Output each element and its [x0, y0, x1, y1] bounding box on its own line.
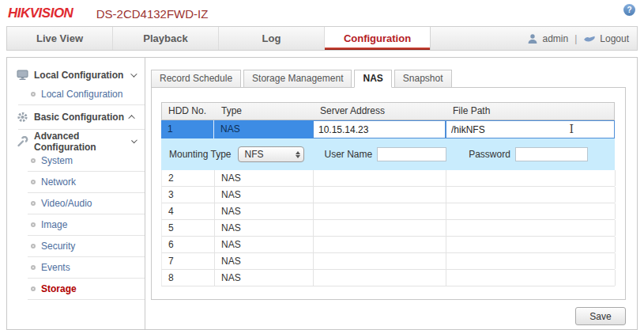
sidebar-group-basic-configuration[interactable]: Basic Configuration — [7, 107, 145, 127]
sidebar-item-security[interactable]: Security — [7, 237, 145, 255]
bullet-ring-icon — [31, 180, 36, 184]
gear-icon — [17, 112, 28, 123]
tab-snapshot-label: Snapshot — [403, 73, 443, 84]
table-row[interactable]: 3 NAS — [161, 187, 615, 203]
sidebar-divider — [28, 235, 145, 236]
hikvision-logo: HIKVISION — [8, 6, 73, 21]
server-address-input[interactable] — [313, 120, 446, 138]
app-header: HIKVISION DS-2CD4132FWD-IZ ? — [0, 0, 644, 26]
password-input[interactable] — [515, 147, 588, 161]
table-row[interactable]: 6 NAS — [161, 237, 615, 253]
sidebar-item-image[interactable]: Image — [7, 216, 145, 233]
cell-server-address — [314, 187, 446, 203]
table-row-selected[interactable]: 1 NAS I — [161, 120, 615, 138]
sidebar-group-advanced-configuration[interactable]: Advanced Configuration — [7, 131, 145, 152]
sidebar-group-label: Basic Configuration — [34, 112, 124, 123]
bullet-ring-icon — [31, 222, 36, 227]
cell-file-path — [446, 270, 616, 286]
help-icon[interactable]: ? — [623, 4, 635, 16]
chevron-down-icon — [130, 70, 137, 77]
table-row[interactable]: 5 NAS — [161, 220, 615, 237]
device-model-title: DS-2CD4132FWD-IZ — [96, 7, 209, 21]
tab-record-schedule-label: Record Schedule — [160, 73, 232, 84]
tab-configuration[interactable]: Configuration — [325, 27, 431, 50]
cell-hdd-no: 5 — [162, 220, 215, 236]
table-header-row: HDD No. Type Server Address File Path — [161, 102, 615, 120]
user-name-input[interactable] — [377, 147, 446, 161]
tab-record-schedule[interactable]: Record Schedule — [151, 70, 241, 88]
bullet-ring-icon — [31, 265, 36, 270]
cell-type: NAS — [215, 187, 314, 203]
sidebar-item-video-audio[interactable]: Video/Audio — [7, 195, 145, 212]
save-button[interactable]: Save — [575, 307, 626, 325]
cell-server-address — [314, 270, 446, 286]
tab-nas[interactable]: NAS — [354, 70, 391, 88]
user-area: admin | Logout — [527, 27, 637, 50]
cell-hdd-no: 2 — [162, 170, 215, 186]
tab-live-view[interactable]: Live View — [7, 27, 113, 50]
nas-panel: HDD No. Type Server Address File Path 1 … — [151, 87, 626, 300]
logout-button[interactable]: Logout — [600, 33, 629, 44]
cell-hdd-no[interactable]: 1 — [161, 120, 214, 138]
cell-file-path — [446, 253, 616, 269]
cell-hdd-no: 6 — [162, 237, 215, 252]
tab-playback-label: Playback — [143, 32, 187, 44]
cell-type: NAS — [215, 220, 314, 236]
cell-file-path — [446, 187, 616, 203]
cell-server-address — [314, 220, 446, 236]
cell-type: NAS — [215, 203, 314, 219]
tab-storage-management-label: Storage Management — [252, 73, 343, 84]
mount-settings-row: Mounting Type NFS User Name Password — [161, 138, 615, 170]
sidebar-divider — [18, 129, 145, 130]
cell-server-address — [313, 120, 446, 138]
sidebar-divider — [28, 299, 145, 300]
sidebar-item-label: Local Configuration — [41, 89, 122, 100]
storage-tabstrip: Record Schedule Storage Management NAS S… — [151, 70, 626, 88]
cell-file-path — [446, 237, 616, 252]
tab-log-label: Log — [262, 32, 281, 44]
sidebar-group-local-configuration[interactable]: Local Configuration — [7, 65, 145, 85]
sidebar-item-label: Video/Audio — [41, 198, 92, 209]
chevron-down-icon — [131, 138, 137, 144]
tab-log[interactable]: Log — [219, 27, 325, 50]
cell-file-path: I — [446, 120, 615, 138]
col-header-file-path: File Path — [446, 103, 616, 119]
password-label: Password — [469, 149, 510, 160]
sidebar-divider — [28, 214, 145, 214]
sidebar-item-events[interactable]: Events — [7, 259, 145, 276]
user-icon — [527, 33, 538, 44]
sidebar-item-local-configuration[interactable]: Local Configuration — [7, 85, 145, 103]
tab-snapshot[interactable]: Snapshot — [394, 70, 452, 88]
nas-table: HDD No. Type Server Address File Path 1 … — [161, 102, 615, 286]
table-row[interactable]: 7 NAS — [161, 253, 615, 270]
cell-server-address — [314, 253, 446, 269]
bullet-ring-icon — [31, 201, 36, 206]
cell-file-path — [446, 170, 616, 186]
sidebar-divider — [28, 278, 145, 279]
mounting-type-value: NFS — [245, 149, 296, 160]
wrench-icon — [17, 136, 28, 147]
file-path-input[interactable] — [446, 120, 615, 138]
table-row[interactable]: 2 NAS — [161, 170, 615, 187]
main-navbar: Live View Playback Log Configuration adm… — [6, 26, 638, 51]
mounting-type-label: Mounting Type — [169, 149, 232, 160]
sidebar-item-label: Storage — [41, 283, 77, 294]
cell-type[interactable]: NAS — [214, 120, 313, 138]
sidebar-item-storage[interactable]: Storage — [7, 280, 145, 298]
save-row: Save — [151, 307, 626, 325]
sidebar-divider — [18, 104, 145, 105]
cell-server-address — [314, 170, 446, 186]
tab-playback[interactable]: Playback — [113, 27, 219, 50]
tab-storage-management[interactable]: Storage Management — [243, 70, 352, 88]
logout-hand-icon — [583, 34, 596, 44]
tab-configuration-label: Configuration — [344, 32, 411, 44]
main-content: Record Schedule Storage Management NAS S… — [145, 58, 637, 329]
sidebar-item-label: System — [41, 155, 73, 166]
username[interactable]: admin — [542, 33, 568, 44]
table-row[interactable]: 8 NAS — [161, 270, 615, 286]
mounting-type-select[interactable]: NFS — [238, 146, 304, 162]
table-row[interactable]: 4 NAS — [161, 203, 615, 220]
sidebar-item-system[interactable]: System — [7, 152, 145, 169]
sidebar-item-network[interactable]: Network — [7, 173, 145, 191]
sidebar-item-label: Security — [41, 241, 75, 252]
